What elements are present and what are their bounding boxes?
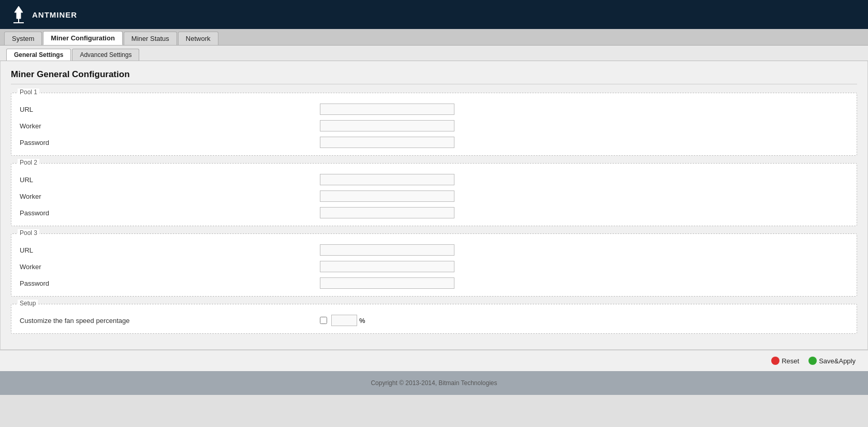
pool2-url-input[interactable] xyxy=(320,174,454,185)
pool2-worker-row: Worker xyxy=(20,190,848,202)
pool3-worker-input[interactable] xyxy=(320,261,454,272)
pool1-worker-row: Worker xyxy=(20,120,848,131)
pool2-url-row: URL xyxy=(20,174,848,185)
save-apply-icon xyxy=(808,357,817,365)
reset-icon xyxy=(771,357,779,365)
tab-system[interactable]: System xyxy=(4,32,42,45)
sub-tab-advanced-settings[interactable]: Advanced Settings xyxy=(72,49,139,61)
pool3-worker-label: Worker xyxy=(20,263,320,271)
reset-label: Reset xyxy=(782,357,799,365)
pool2-password-input[interactable] xyxy=(320,207,454,218)
pool1-password-input[interactable] xyxy=(320,137,454,148)
pool3-password-label: Password xyxy=(20,279,320,287)
tab-miner-configuration[interactable]: Miner Configuration xyxy=(43,31,123,45)
antminer-logo-icon xyxy=(8,4,29,25)
svg-marker-0 xyxy=(14,6,23,19)
setup-legend: Setup xyxy=(18,300,38,307)
pool2-password-label: Password xyxy=(20,209,320,217)
save-apply-label: Save&Apply xyxy=(819,357,856,365)
header: ANTMINER xyxy=(0,0,868,29)
pool1-url-row: URL xyxy=(20,104,848,115)
pool2-legend: Pool 2 xyxy=(18,159,39,166)
sub-tabs: General Settings Advanced Settings xyxy=(0,46,868,61)
pool3-legend: Pool 3 xyxy=(18,229,39,237)
pool2-url-label: URL xyxy=(20,176,320,184)
pool3-url-row: URL xyxy=(20,244,848,256)
save-apply-button[interactable]: Save&Apply xyxy=(806,356,858,366)
pool1-url-input[interactable] xyxy=(320,104,454,115)
pool2-worker-label: Worker xyxy=(20,193,320,200)
fan-controls: % xyxy=(320,315,365,326)
pool3-group: Pool 3 URL Worker Password xyxy=(11,233,857,297)
logo-text: ANTMINER xyxy=(32,10,77,19)
reset-button[interactable]: Reset xyxy=(769,356,801,366)
pool3-password-input[interactable] xyxy=(320,277,454,289)
tab-miner-status[interactable]: Miner Status xyxy=(124,32,177,45)
content-wrapper: General Settings Advanced Settings Miner… xyxy=(0,46,868,371)
pool3-worker-row: Worker xyxy=(20,261,848,272)
pool1-worker-label: Worker xyxy=(20,122,320,130)
main-panel: Miner General Configuration Pool 1 URL W… xyxy=(0,61,868,350)
fan-speed-checkbox[interactable] xyxy=(320,317,327,324)
pool1-group: Pool 1 URL Worker Password xyxy=(11,93,857,156)
button-bar: Reset Save&Apply xyxy=(0,350,868,371)
sub-tab-general-settings[interactable]: General Settings xyxy=(6,49,71,61)
fan-speed-row: Customize the fan speed percentage % xyxy=(20,315,848,326)
fan-speed-input[interactable] xyxy=(331,315,357,326)
footer: Copyright © 2013-2014, Bitmain Technolog… xyxy=(0,371,868,395)
pool1-url-label: URL xyxy=(20,106,320,113)
footer-copyright: Copyright © 2013-2014, Bitmain Technolog… xyxy=(371,379,497,387)
logo-area: ANTMINER xyxy=(8,4,77,25)
tab-network[interactable]: Network xyxy=(178,32,218,45)
fan-speed-label: Customize the fan speed percentage xyxy=(20,317,320,325)
fan-percent-symbol: % xyxy=(359,317,365,325)
pool2-worker-input[interactable] xyxy=(320,190,454,202)
outer-wrapper: ANTMINER System Miner Configuration Mine… xyxy=(0,0,868,427)
page-title: Miner General Configuration xyxy=(11,69,857,84)
nav-bar: System Miner Configuration Miner Status … xyxy=(0,29,868,46)
pool2-group: Pool 2 URL Worker Password xyxy=(11,163,857,226)
pool3-url-input[interactable] xyxy=(320,244,454,256)
pool3-password-row: Password xyxy=(20,277,848,289)
pool2-password-row: Password xyxy=(20,207,848,218)
pool1-worker-input[interactable] xyxy=(320,120,454,131)
pool3-url-label: URL xyxy=(20,246,320,254)
pool1-password-row: Password xyxy=(20,137,848,148)
pool1-password-label: Password xyxy=(20,139,320,146)
setup-group: Setup Customize the fan speed percentage… xyxy=(11,304,857,334)
pool1-legend: Pool 1 xyxy=(18,89,39,96)
